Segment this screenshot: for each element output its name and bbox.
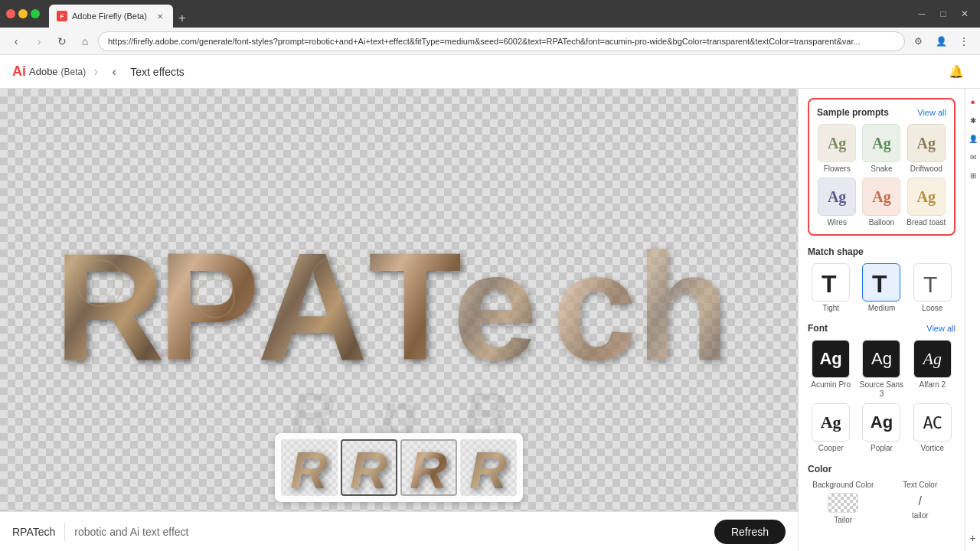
shape-thumb-medium: T xyxy=(862,263,900,302)
prompt-label-driftwood: Driftwood xyxy=(910,165,942,173)
bg-color-label: Background Color xyxy=(812,481,874,490)
svg-text:c: c xyxy=(552,221,637,390)
font-item-cooper[interactable]: Ag Cooper xyxy=(808,403,854,453)
extensions-button[interactable]: ⚙ xyxy=(908,31,928,51)
svg-text:R: R xyxy=(410,441,447,494)
font-thumb-poplar: Ag xyxy=(862,403,900,442)
prompt-item-breadtoast[interactable]: Ag Bread toast xyxy=(906,178,946,227)
canvas-section: R P A T e c h xyxy=(0,89,798,551)
font-view-all[interactable]: View all xyxy=(926,324,956,333)
bg-color-column: Background Color Tailor xyxy=(808,481,879,524)
font-label-vortice: Vortice xyxy=(921,444,945,453)
adobe-icon: Ai xyxy=(12,64,26,80)
font-header: Font View all xyxy=(808,323,956,334)
maximize-button[interactable]: □ xyxy=(934,5,952,23)
prompt-thumb-snake: Ag xyxy=(862,124,900,162)
refresh-button[interactable]: Refresh xyxy=(714,520,786,544)
address-input[interactable] xyxy=(98,31,905,51)
sample-prompts-title: Sample prompts xyxy=(817,107,889,118)
sidebar-icon-1[interactable]: ● xyxy=(966,95,980,109)
minimize-button[interactable]: ─ xyxy=(913,5,931,23)
font-title: Font xyxy=(808,323,828,334)
browser-chrome: F Adobe Firefly (Beta) ✕ + ─ □ ✕ xyxy=(0,0,980,28)
font-item-acumin-pro[interactable]: Ag Acumin Pro xyxy=(808,340,854,399)
font-item-source-sans[interactable]: Ag Source Sans 3 xyxy=(858,340,904,399)
address-bar-row: ‹ › ↻ ⌂ ⚙ 👤 ⋮ xyxy=(0,28,980,55)
prompt-item-flowers[interactable]: Ag Flowers xyxy=(817,124,857,173)
active-tab[interactable]: F Adobe Firefly (Beta) ✕ xyxy=(49,5,173,28)
notifications-button[interactable]: 🔔 xyxy=(945,60,968,83)
color-row: Background Color Tailor Text Color / tai… xyxy=(808,481,956,524)
tab-close-button[interactable]: ✕ xyxy=(155,11,165,21)
font-thumb-acumin-pro: Ag xyxy=(812,340,850,378)
adobe-logo: Ai Adobe (Beta) xyxy=(12,64,86,80)
app-header: Ai Adobe (Beta) › ‹ Text effects 🔔 xyxy=(0,55,980,89)
thin-sidebar: ● ✱ 👤 ✉ ⊞ + xyxy=(965,89,980,551)
match-shape-title: Match shape xyxy=(808,246,956,257)
match-shape-section: Match shape T Tight T xyxy=(808,246,956,312)
sidebar-icon-2[interactable]: ✱ xyxy=(966,113,980,127)
prompt-thumb-wires: Ag xyxy=(818,178,856,216)
font-label-poplar: Poplar xyxy=(871,444,893,453)
color-section: Color Background Color Tailor Text Color… xyxy=(808,464,956,524)
sidebar-icon-add[interactable]: + xyxy=(966,531,980,545)
menu-button[interactable]: ⋮ xyxy=(954,31,974,51)
profile-button[interactable]: 👤 xyxy=(931,31,951,51)
shape-label-tight: Tight xyxy=(822,304,839,312)
prompt-label-snake: Snake xyxy=(871,165,892,173)
sample-prompts-view-all[interactable]: View all xyxy=(917,108,946,117)
font-item-poplar[interactable]: Ag Poplar xyxy=(858,403,904,453)
sidebar-icon-4[interactable]: ✉ xyxy=(966,150,980,164)
font-item-vortice[interactable]: AC Vortice xyxy=(910,403,956,453)
svg-text:T: T xyxy=(368,221,462,390)
font-item-alfarn[interactable]: Ag Alfarn 2 xyxy=(910,340,956,399)
thumbnail-3[interactable]: R xyxy=(400,439,457,496)
sidebar-icon-3[interactable]: 👤 xyxy=(966,132,980,145)
shape-label-medium: Medium xyxy=(868,304,896,312)
prompt-item-wires[interactable]: Ag Wires xyxy=(817,178,857,227)
shape-option-tight[interactable]: T Tight xyxy=(808,263,854,312)
svg-text:R: R xyxy=(469,441,507,494)
text-color-column: Text Color / tailor xyxy=(885,481,956,520)
prompt-item-driftwood[interactable]: Ag Driftwood xyxy=(906,124,946,173)
thumbnail-strip: R R R R xyxy=(275,433,523,502)
color-title: Color xyxy=(808,464,956,474)
back-nav-button[interactable]: ‹ xyxy=(6,31,26,51)
reload-button[interactable]: ↻ xyxy=(52,31,72,51)
sample-prompts-header: Sample prompts View all xyxy=(817,107,946,118)
font-section: Font View all Ag Acumin Pro Ag Source Sa… xyxy=(808,323,956,453)
thumbnail-1[interactable]: R xyxy=(281,439,338,496)
home-button[interactable]: ⌂ xyxy=(75,31,95,51)
window-controls xyxy=(6,9,40,18)
prompt-label-balloon: Balloon xyxy=(869,218,894,227)
svg-text:T: T xyxy=(923,272,937,295)
tab-favicon: F xyxy=(57,11,67,21)
shape-thumb-tight: T xyxy=(812,263,850,302)
text-color-edit[interactable]: / xyxy=(919,494,922,508)
shape-option-loose[interactable]: T Loose xyxy=(910,263,956,312)
bg-color-swatch[interactable] xyxy=(828,493,858,513)
thumbnail-2[interactable]: R xyxy=(341,439,397,496)
new-tab-button[interactable]: + xyxy=(173,9,191,28)
right-panel: Sample prompts View all Ag Flowers Ag Sn… xyxy=(798,89,965,551)
thumbnail-4[interactable]: R xyxy=(460,439,517,496)
tailor-label-2: tailor xyxy=(912,511,929,520)
page-title: Text effects xyxy=(130,66,185,78)
forward-nav-button[interactable]: › xyxy=(29,31,49,51)
prompt-description-text: robotic and Ai text effect xyxy=(74,526,705,538)
prompt-item-snake[interactable]: Ag Snake xyxy=(861,124,901,173)
prompt-thumb-driftwood: Ag xyxy=(907,124,946,162)
prompt-bar: RPATech robotic and Ai text effect Refre… xyxy=(0,511,798,551)
breadcrumb-separator: › xyxy=(93,64,98,80)
shape-label-loose: Loose xyxy=(922,304,942,312)
font-thumb-source-sans: Ag xyxy=(862,340,900,378)
prompt-item-balloon[interactable]: Ag Balloon xyxy=(861,178,901,227)
close-window-button[interactable]: ✕ xyxy=(956,5,974,23)
back-button[interactable]: ‹ xyxy=(106,64,122,80)
svg-text:h: h xyxy=(636,221,730,390)
app-body: R P A T e c h xyxy=(0,89,980,551)
shape-option-medium[interactable]: T Medium xyxy=(858,263,904,312)
prompt-label-wires: Wires xyxy=(827,218,847,227)
sidebar-icon-5[interactable]: ⊞ xyxy=(966,168,980,182)
text-effect-svg: R P A T e c h xyxy=(39,207,759,390)
